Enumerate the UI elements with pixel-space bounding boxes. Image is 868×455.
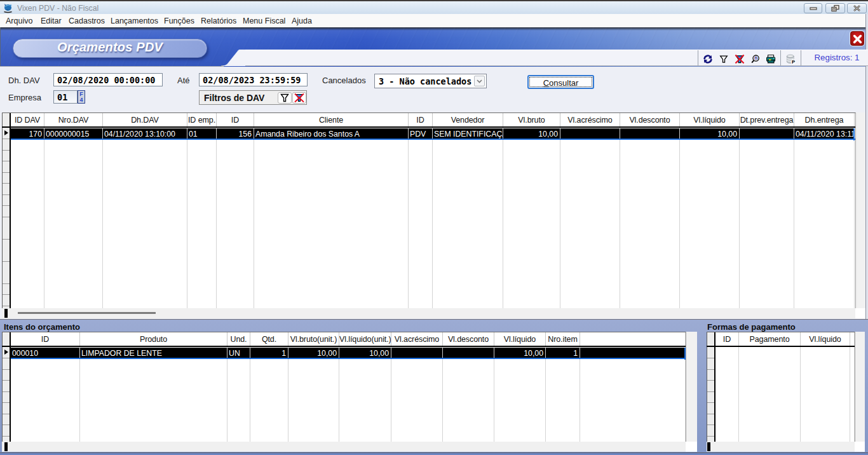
- menu-item-ajuda[interactable]: Ajuda: [292, 17, 312, 25]
- column-header[interactable]: Nro.item: [546, 332, 580, 346]
- menu-item-menu-fiscal[interactable]: Menu Fiscal: [243, 17, 285, 25]
- menu-item-cadastros[interactable]: Cadastros: [69, 17, 105, 25]
- filter-clear-icon[interactable]: [735, 54, 745, 67]
- column-header[interactable]: Vl.desconto: [443, 332, 494, 346]
- grid-cell[interactable]: [560, 128, 620, 139]
- grid-rows-area: 170000000001504/11/2020 13:10:0001156Ama…: [11, 128, 855, 308]
- form-close-button[interactable]: [850, 31, 864, 46]
- column-header[interactable]: Dh.DAV: [103, 113, 187, 126]
- row-marker-cells: [707, 348, 714, 442]
- main-grid-hscroll-thumb[interactable]: [18, 312, 156, 314]
- column-header[interactable]: Produto: [80, 332, 227, 346]
- column-header[interactable]: Dt.prev.entrega: [740, 113, 794, 126]
- column-header[interactable]: Vl.líquido(unit.): [339, 332, 391, 346]
- payments-grid-vscrollbar[interactable]: [855, 332, 865, 442]
- selection-border: [853, 128, 855, 140]
- payments-grid-hscroll-handle[interactable]: [707, 442, 710, 451]
- main-grid-hscroll-handle[interactable]: [4, 309, 8, 318]
- menu-item-lan-amentos[interactable]: Lançamentos: [111, 17, 158, 25]
- payments-grid-hscrollbar[interactable]: [707, 442, 855, 452]
- column-header[interactable]: ID: [715, 332, 739, 346]
- filtros-dav-filter-button[interactable]: [278, 92, 292, 104]
- column-header[interactable]: [850, 332, 855, 346]
- column-header[interactable]: Vendedor: [433, 113, 503, 126]
- grid-cell[interactable]: 000010: [11, 348, 80, 358]
- empresa-lookup-button[interactable]: F4: [78, 90, 85, 104]
- form-header-band: nPRegistros: 1 Orçamentos PDV: [0, 27, 868, 67]
- column-header[interactable]: ID emp.: [187, 113, 217, 126]
- column-header[interactable]: Cliente: [254, 113, 409, 126]
- grid-cell[interactable]: 10,00: [288, 348, 339, 358]
- grid-row[interactable]: 000010LIMPADOR DE LENTEUN110,0010,0010,0…: [11, 348, 686, 358]
- ate-label: Até: [177, 76, 190, 85]
- filter-icon[interactable]: [719, 54, 729, 67]
- grid-cell[interactable]: [620, 128, 680, 139]
- items-grid-hscrollbar[interactable]: [2, 442, 697, 452]
- restore-button[interactable]: [825, 3, 845, 13]
- grid-cell[interactable]: 10,00: [503, 128, 560, 139]
- column-header[interactable]: Dh.entrega: [794, 113, 855, 126]
- menu-item-arquivo[interactable]: Arquivo: [6, 17, 32, 25]
- zoom-n-icon[interactable]: n: [750, 54, 761, 67]
- column-header[interactable]: ID: [11, 332, 80, 346]
- grid-cell[interactable]: 04/11/2020 13:10:00: [103, 128, 187, 139]
- main-grid-vscrollbar[interactable]: [855, 112, 865, 308]
- ate-input[interactable]: 02/08/2023 23:59:59: [199, 73, 308, 86]
- column-header[interactable]: Und.: [227, 332, 250, 346]
- column-header[interactable]: ID DAV: [11, 113, 44, 126]
- menu-item-editar[interactable]: Editar: [41, 17, 62, 25]
- grid-row[interactable]: 170000000001504/11/2020 13:10:0001156Ama…: [11, 128, 855, 139]
- grid-cell[interactable]: 156: [217, 128, 254, 139]
- column-header[interactable]: [580, 332, 686, 346]
- menu-item-fun-es[interactable]: Funções: [164, 17, 194, 25]
- grid-cell[interactable]: PDV: [409, 128, 433, 139]
- grid-cell[interactable]: 1: [250, 348, 288, 358]
- column-header[interactable]: Vl.líquido: [494, 332, 546, 346]
- column-header[interactable]: Vl.desconto: [620, 113, 680, 126]
- column-header[interactable]: ID: [409, 113, 433, 126]
- grid-cell[interactable]: 10,00: [339, 348, 391, 358]
- grid-cell[interactable]: 0000000015: [44, 128, 103, 139]
- column-header[interactable]: ID: [217, 113, 254, 126]
- grid-cell[interactable]: LIMPADOR DE LENTE: [80, 348, 227, 358]
- dh-dav-input[interactable]: 02/08/2020 00:00:00: [53, 73, 163, 86]
- empresa-input[interactable]: 01: [53, 90, 78, 104]
- grid-cell[interactable]: 1: [546, 348, 580, 358]
- printer-icon[interactable]: [766, 54, 776, 67]
- database-icon[interactable]: P: [785, 54, 796, 67]
- menu-item-relat-rios[interactable]: Relatórios: [201, 17, 236, 25]
- column-header[interactable]: Vl.líquido: [680, 113, 740, 126]
- consultar-button[interactable]: Consultar: [527, 75, 594, 89]
- cancelados-select[interactable]: 3 - Não cancelados: [374, 74, 487, 88]
- grid-cell[interactable]: 04/11/2020 13:11:00: [794, 128, 855, 139]
- grid-cell[interactable]: 170: [11, 128, 44, 139]
- cancelados-dropdown-button[interactable]: [474, 76, 485, 86]
- grid-cell[interactable]: SEM IDENTIFICAÇÃO: [433, 128, 503, 139]
- column-header[interactable]: Vl.bruto: [503, 113, 560, 126]
- column-header[interactable]: Vl.líquido: [801, 332, 850, 346]
- grid-cell[interactable]: [740, 128, 794, 139]
- grid-cell[interactable]: 10,00: [494, 348, 546, 358]
- grid-cell[interactable]: Amanda Ribeiro dos Santos A: [254, 128, 409, 139]
- column-header[interactable]: Vl.acréscimo: [560, 113, 620, 126]
- column-header[interactable]: Pagamento: [739, 332, 801, 346]
- grid-cell[interactable]: UN: [227, 348, 250, 358]
- column-header[interactable]: Vl.acréscimo: [391, 332, 443, 346]
- column-header[interactable]: Nro.DAV: [44, 113, 103, 126]
- column-separator: [102, 128, 103, 308]
- grid-cell[interactable]: [580, 348, 686, 358]
- grid-cell[interactable]: [391, 348, 443, 358]
- refresh-icon[interactable]: [703, 54, 713, 67]
- grid-cell[interactable]: [443, 348, 494, 358]
- items-grid-vscrollbar[interactable]: [686, 332, 697, 442]
- pagamentos-grid: IDPagamentoVl.líquido: [707, 332, 855, 442]
- column-header[interactable]: Vl.bruto(unit.): [288, 332, 339, 346]
- grid-cell[interactable]: 10,00: [680, 128, 740, 139]
- minimize-button[interactable]: [804, 3, 822, 13]
- window-close-button[interactable]: [847, 3, 867, 13]
- grid-cell[interactable]: 01: [187, 128, 217, 139]
- window-left-frame: [0, 27, 1, 67]
- items-grid-hscroll-handle[interactable]: [4, 442, 8, 451]
- filtros-dav-clear-button[interactable]: [292, 92, 306, 104]
- column-header[interactable]: Qtd.: [250, 332, 288, 346]
